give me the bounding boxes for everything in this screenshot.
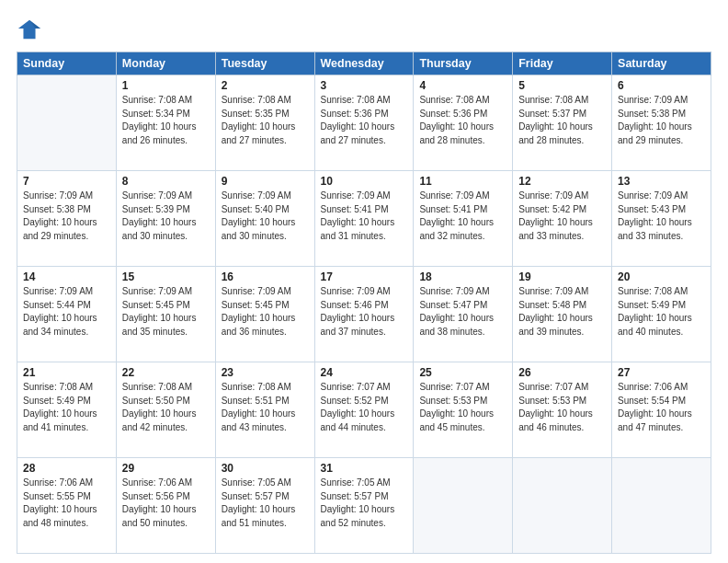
day-number: 18: [419, 270, 506, 283]
weekday-tuesday: Tuesday: [215, 52, 314, 75]
day-detail: Sunrise: 7:09 AMSunset: 5:47 PMDaylight:…: [419, 285, 506, 339]
day-detail: Sunrise: 7:05 AMSunset: 5:57 PMDaylight:…: [321, 477, 408, 530]
day-cell: 21Sunrise: 7:08 AMSunset: 5:49 PMDayligh…: [17, 362, 117, 458]
day-detail: Sunrise: 7:09 AMSunset: 5:39 PMDaylight:…: [122, 190, 210, 243]
day-cell: 16Sunrise: 7:09 AMSunset: 5:45 PMDayligh…: [215, 267, 314, 362]
day-detail: Sunrise: 7:09 AMSunset: 5:41 PMDaylight:…: [419, 190, 506, 243]
weekday-header-row: SundayMondayTuesdayWednesdayThursdayFrid…: [17, 52, 711, 75]
day-cell: 19Sunrise: 7:09 AMSunset: 5:48 PMDayligh…: [513, 267, 612, 362]
calendar-header: SundayMondayTuesdayWednesdayThursdayFrid…: [17, 52, 711, 75]
day-number: 20: [618, 270, 705, 283]
week-row-5: 28Sunrise: 7:06 AMSunset: 5:55 PMDayligh…: [17, 458, 711, 554]
day-cell: [17, 75, 117, 171]
day-cell: 29Sunrise: 7:06 AMSunset: 5:56 PMDayligh…: [116, 458, 215, 554]
day-cell: 10Sunrise: 7:09 AMSunset: 5:41 PMDayligh…: [314, 171, 414, 267]
day-cell: 30Sunrise: 7:05 AMSunset: 5:57 PMDayligh…: [215, 458, 314, 554]
day-number: 1: [122, 79, 210, 92]
day-number: 10: [321, 175, 408, 188]
day-detail: Sunrise: 7:09 AMSunset: 5:41 PMDaylight:…: [321, 190, 408, 243]
day-detail: Sunrise: 7:06 AMSunset: 5:55 PMDaylight:…: [23, 477, 110, 530]
day-cell: 5Sunrise: 7:08 AMSunset: 5:37 PMDaylight…: [513, 75, 612, 171]
day-cell: 6Sunrise: 7:09 AMSunset: 5:38 PMDaylight…: [612, 75, 711, 171]
calendar-table: SundayMondayTuesdayWednesdayThursdayFrid…: [17, 52, 711, 554]
day-number: 19: [518, 270, 606, 283]
day-cell: 8Sunrise: 7:09 AMSunset: 5:39 PMDaylight…: [116, 171, 215, 267]
day-detail: Sunrise: 7:09 AMSunset: 5:44 PMDaylight:…: [23, 285, 110, 339]
day-detail: Sunrise: 7:09 AMSunset: 5:46 PMDaylight:…: [321, 285, 408, 339]
day-cell: 17Sunrise: 7:09 AMSunset: 5:46 PMDayligh…: [314, 267, 414, 362]
day-cell: 26Sunrise: 7:07 AMSunset: 5:53 PMDayligh…: [513, 362, 612, 458]
day-detail: Sunrise: 7:06 AMSunset: 5:54 PMDaylight:…: [618, 381, 705, 434]
calendar-body: 1Sunrise: 7:08 AMSunset: 5:34 PMDaylight…: [17, 75, 711, 554]
day-number: 16: [222, 270, 309, 283]
weekday-friday: Friday: [513, 52, 612, 75]
day-number: 17: [321, 270, 408, 283]
day-detail: Sunrise: 7:09 AMSunset: 5:42 PMDaylight:…: [518, 190, 606, 243]
day-cell: 12Sunrise: 7:09 AMSunset: 5:42 PMDayligh…: [513, 171, 612, 267]
day-number: 26: [518, 366, 606, 379]
day-cell: [612, 458, 711, 554]
day-detail: Sunrise: 7:08 AMSunset: 5:37 PMDaylight:…: [518, 94, 606, 147]
day-number: 24: [321, 366, 408, 379]
day-detail: Sunrise: 7:08 AMSunset: 5:51 PMDaylight:…: [222, 381, 309, 434]
day-number: 12: [518, 175, 606, 188]
weekday-sunday: Sunday: [17, 52, 117, 75]
header: [17, 17, 711, 42]
day-cell: 20Sunrise: 7:08 AMSunset: 5:49 PMDayligh…: [612, 267, 711, 362]
day-number: 7: [23, 175, 110, 188]
day-detail: Sunrise: 7:08 AMSunset: 5:35 PMDaylight:…: [222, 94, 309, 147]
day-cell: 1Sunrise: 7:08 AMSunset: 5:34 PMDaylight…: [116, 75, 215, 171]
day-number: 6: [618, 79, 705, 92]
logo-icon: [17, 17, 42, 42]
day-cell: 27Sunrise: 7:06 AMSunset: 5:54 PMDayligh…: [612, 362, 711, 458]
day-number: 29: [122, 462, 210, 475]
day-cell: 22Sunrise: 7:08 AMSunset: 5:50 PMDayligh…: [116, 362, 215, 458]
weekday-wednesday: Wednesday: [314, 52, 414, 75]
day-number: 2: [222, 79, 309, 92]
day-detail: Sunrise: 7:09 AMSunset: 5:48 PMDaylight:…: [518, 285, 606, 339]
day-cell: 25Sunrise: 7:07 AMSunset: 5:53 PMDayligh…: [414, 362, 513, 458]
day-detail: Sunrise: 7:06 AMSunset: 5:56 PMDaylight:…: [122, 477, 210, 530]
day-cell: 9Sunrise: 7:09 AMSunset: 5:40 PMDaylight…: [215, 171, 314, 267]
day-number: 5: [518, 79, 606, 92]
day-number: 8: [122, 175, 210, 188]
day-detail: Sunrise: 7:09 AMSunset: 5:38 PMDaylight:…: [23, 190, 110, 243]
day-number: 31: [321, 462, 408, 475]
day-detail: Sunrise: 7:08 AMSunset: 5:34 PMDaylight:…: [122, 94, 210, 147]
day-number: 3: [321, 79, 408, 92]
day-number: 22: [122, 366, 210, 379]
logo: [17, 17, 46, 42]
day-detail: Sunrise: 7:09 AMSunset: 5:45 PMDaylight:…: [222, 285, 309, 339]
weekday-thursday: Thursday: [414, 52, 513, 75]
day-cell: 11Sunrise: 7:09 AMSunset: 5:41 PMDayligh…: [414, 171, 513, 267]
day-number: 15: [122, 270, 210, 283]
day-cell: 23Sunrise: 7:08 AMSunset: 5:51 PMDayligh…: [215, 362, 314, 458]
day-detail: Sunrise: 7:09 AMSunset: 5:40 PMDaylight:…: [222, 190, 309, 243]
day-cell: 24Sunrise: 7:07 AMSunset: 5:52 PMDayligh…: [314, 362, 414, 458]
day-number: 21: [23, 366, 110, 379]
day-cell: [513, 458, 612, 554]
day-detail: Sunrise: 7:05 AMSunset: 5:57 PMDaylight:…: [222, 477, 309, 530]
day-detail: Sunrise: 7:07 AMSunset: 5:53 PMDaylight:…: [518, 381, 606, 434]
day-cell: 15Sunrise: 7:09 AMSunset: 5:45 PMDayligh…: [116, 267, 215, 362]
day-number: 30: [222, 462, 309, 475]
day-number: 27: [618, 366, 705, 379]
day-cell: 4Sunrise: 7:08 AMSunset: 5:36 PMDaylight…: [414, 75, 513, 171]
day-detail: Sunrise: 7:08 AMSunset: 5:36 PMDaylight:…: [419, 94, 506, 147]
day-detail: Sunrise: 7:07 AMSunset: 5:52 PMDaylight:…: [321, 381, 408, 434]
weekday-monday: Monday: [116, 52, 215, 75]
day-cell: 2Sunrise: 7:08 AMSunset: 5:35 PMDaylight…: [215, 75, 314, 171]
day-cell: 14Sunrise: 7:09 AMSunset: 5:44 PMDayligh…: [17, 267, 117, 362]
day-cell: 13Sunrise: 7:09 AMSunset: 5:43 PMDayligh…: [612, 171, 711, 267]
day-number: 11: [419, 175, 506, 188]
week-row-2: 7Sunrise: 7:09 AMSunset: 5:38 PMDaylight…: [17, 171, 711, 267]
day-detail: Sunrise: 7:09 AMSunset: 5:43 PMDaylight:…: [618, 190, 705, 243]
day-detail: Sunrise: 7:07 AMSunset: 5:53 PMDaylight:…: [419, 381, 506, 434]
week-row-1: 1Sunrise: 7:08 AMSunset: 5:34 PMDaylight…: [17, 75, 711, 171]
day-number: 13: [618, 175, 705, 188]
calendar-page: SundayMondayTuesdayWednesdayThursdayFrid…: [0, 0, 728, 563]
day-cell: 7Sunrise: 7:09 AMSunset: 5:38 PMDaylight…: [17, 171, 117, 267]
svg-marker-0: [18, 20, 40, 40]
day-detail: Sunrise: 7:08 AMSunset: 5:49 PMDaylight:…: [23, 381, 110, 434]
day-detail: Sunrise: 7:09 AMSunset: 5:38 PMDaylight:…: [618, 94, 705, 147]
